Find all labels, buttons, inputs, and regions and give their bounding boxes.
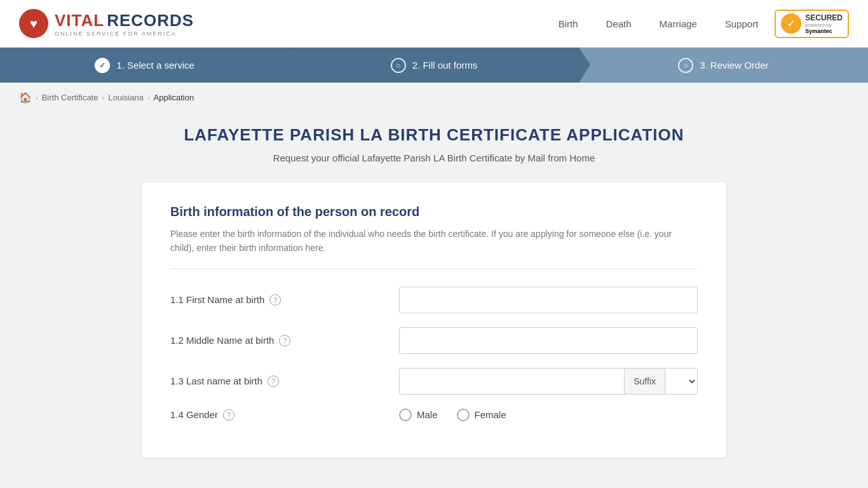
progress-step-1[interactable]: ✓ 1. Select a service — [0, 48, 289, 83]
form-card: Birth information of the person on recor… — [142, 182, 726, 458]
page-subtitle: Request your official Lafayette Parish L… — [19, 152, 849, 163]
gender-female-label[interactable]: Female — [457, 409, 506, 421]
field-last-name: 1.3 Last name at birth ? Suffix Jr Sr II… — [170, 368, 698, 395]
gender-female-text: Female — [475, 409, 506, 420]
field-first-name: 1.1 First Name at birth ? — [170, 287, 698, 313]
input-wrap-middle-name — [399, 327, 698, 354]
form-section-title: Birth information of the person on recor… — [170, 205, 698, 219]
help-icon-middle-name[interactable]: ? — [279, 335, 290, 346]
help-icon-gender[interactable]: ? — [223, 409, 234, 421]
main-content: LAFAYETTE PARISH LA BIRTH CERTIFICATE AP… — [0, 112, 868, 483]
logo-text-group: VITAL RECORDS ONLINE SERVICE FOR AMERICA — [55, 11, 194, 37]
suffix-select[interactable]: Jr Sr II III — [665, 368, 698, 395]
gender-female-radio[interactable] — [457, 409, 470, 421]
step-2-icon: ○ — [391, 58, 406, 73]
field-gender: 1.4 Gender ? Male Female — [170, 409, 698, 421]
step-2-label: 2. Fill out forms — [412, 60, 478, 71]
first-name-input[interactable] — [399, 287, 698, 313]
nav-death[interactable]: Death — [595, 13, 643, 34]
middle-name-input[interactable] — [399, 327, 698, 354]
breadcrumb-sep-1: › — [102, 94, 105, 102]
nav-support[interactable]: Support — [714, 13, 770, 34]
step-3-icon: ○ — [678, 58, 693, 73]
logo: ♥ VITAL RECORDS ONLINE SERVICE FOR AMERI… — [19, 9, 194, 38]
step-1-icon: ✓ — [95, 58, 110, 73]
suffix-label: Suffix — [625, 368, 665, 395]
gender-male-label[interactable]: Male — [399, 409, 438, 421]
input-wrap-gender: Male Female — [399, 409, 698, 421]
breadcrumb-birth-cert[interactable]: Birth Certificate — [42, 93, 98, 102]
field-middle-name: 1.2 Middle Name at birth ? — [170, 327, 698, 354]
breadcrumb-louisiana[interactable]: Louisiana — [108, 93, 144, 102]
breadcrumb-sep-0: › — [36, 94, 38, 102]
help-icon-first-name[interactable]: ? — [269, 294, 281, 306]
norton-check-icon: ✓ — [781, 13, 801, 34]
breadcrumb-sep-2: › — [147, 94, 150, 102]
label-first-name: 1.1 First Name at birth ? — [170, 294, 386, 306]
input-wrap-last-name: Suffix Jr Sr II III — [399, 368, 698, 395]
step-3-label: 3. Review Order — [700, 60, 768, 71]
norton-badge: ✓ SECURED powered by Symantec — [775, 10, 849, 38]
gender-radio-group: Male Female — [399, 409, 506, 421]
progress-step-2[interactable]: ○ 2. Fill out forms — [289, 48, 578, 83]
gender-male-text: Male — [417, 409, 438, 420]
step-1-label: 1. Select a service — [116, 60, 194, 71]
progress-bar: ✓ 1. Select a service ○ 2. Fill out form… — [0, 48, 868, 83]
nav-birth[interactable]: Birth — [547, 13, 590, 34]
main-nav: Birth Death Marriage Support ✓ SECURED p… — [547, 10, 849, 38]
logo-sub: ONLINE SERVICE FOR AMERICA — [55, 30, 194, 37]
form-divider — [170, 268, 698, 269]
breadcrumb-application: Application — [154, 93, 194, 102]
help-icon-last-name[interactable]: ? — [268, 376, 279, 387]
page-title: LAFAYETTE PARISH LA BIRTH CERTIFICATE AP… — [19, 125, 849, 145]
logo-icon: ♥ — [19, 9, 48, 38]
last-name-input[interactable] — [399, 368, 625, 395]
home-icon[interactable]: 🏠 — [19, 92, 32, 104]
input-wrap-first-name — [399, 287, 698, 313]
label-gender: 1.4 Gender ? — [170, 409, 386, 421]
logo-vital: VITAL — [55, 11, 104, 30]
site-header: ♥ VITAL RECORDS ONLINE SERVICE FOR AMERI… — [0, 0, 868, 48]
form-section-desc: Please enter the birth information of th… — [170, 227, 698, 255]
label-last-name: 1.3 Last name at birth ? — [170, 376, 386, 387]
label-middle-name: 1.2 Middle Name at birth ? — [170, 335, 386, 346]
progress-step-3[interactable]: ○ 3. Review Order — [579, 48, 868, 83]
gender-male-radio[interactable] — [399, 409, 412, 421]
norton-text: SECURED powered by Symantec — [805, 13, 843, 34]
nav-marriage[interactable]: Marriage — [648, 13, 709, 34]
breadcrumb: 🏠 › Birth Certificate › Louisiana › Appl… — [0, 83, 868, 112]
logo-records: RECORDS — [107, 11, 194, 30]
